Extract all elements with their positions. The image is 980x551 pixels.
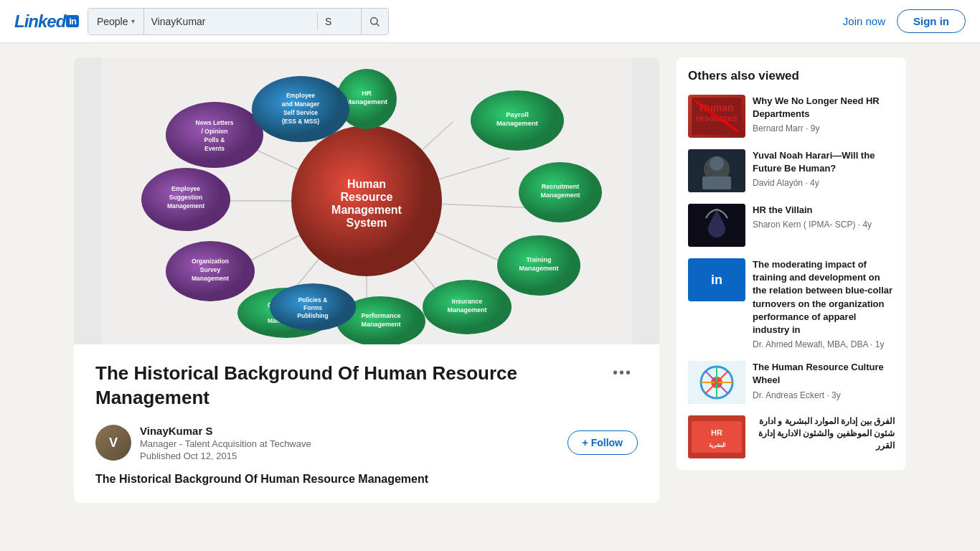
list-item[interactable]: Human resources Why We No Longer Need HR… (688, 95, 895, 138)
sidebar-item-5-meta: Dr. Andreas Eckert · 3y (753, 390, 895, 400)
sidebar-item-4-meta: Dr. Ahmed Mewafi, MBA, DBA · 1y (753, 339, 895, 349)
chevron-down-icon: ▾ (131, 17, 135, 25)
svg-text:Management: Management (519, 265, 558, 272)
sidebar-item-4-title: The moderating impact of training and de… (753, 258, 895, 336)
linkedin-icon: in (704, 267, 730, 293)
svg-text:Employee: Employee (286, 92, 315, 99)
search-suffix-input[interactable] (318, 16, 361, 27)
svg-rect-71 (702, 176, 731, 189)
svg-text:(ESS & MSS): (ESS & MSS) (282, 118, 319, 125)
svg-text:News Letters: News Letters (196, 119, 234, 126)
list-item[interactable]: in The moderating impact of training and… (688, 258, 895, 349)
svg-text:البشرية: البشرية (709, 442, 725, 448)
sidebar-item-5-text: The Human Resource Culture Wheel Dr. And… (753, 361, 895, 404)
svg-text:Polls &: Polls & (204, 136, 225, 143)
svg-text:Management: Management (361, 321, 400, 328)
thumbnail-1: Human resources (688, 95, 745, 138)
article-title-row: The Historical Background Of Human Resou… (95, 362, 638, 410)
svg-text:Management: Management (331, 204, 402, 216)
join-now-button[interactable]: Join now (843, 15, 885, 27)
sidebar-item-3-meta: Sharon Kern ( IPMA- SCP) · 4y (753, 220, 895, 230)
avatar[interactable]: V (95, 425, 131, 461)
sidebar-item-2-meta: David Alayón · 4y (753, 178, 895, 188)
svg-text:/ Opinion: / Opinion (202, 128, 228, 135)
sidebar-item-6-title: الفرق بين إدارة الموارد البشرية و ادارة … (753, 415, 895, 451)
svg-text:Policies &: Policies & (298, 296, 328, 303)
logo-in: in (66, 15, 79, 27)
svg-text:Payroll: Payroll (506, 110, 529, 118)
publish-date: Published Oct 12, 2015 (140, 451, 311, 461)
article-hero-image: Human Resource Management System HR Mana… (74, 57, 659, 344)
article-title: The Historical Background Of Human Resou… (95, 362, 595, 410)
svg-text:Management: Management (540, 192, 580, 199)
svg-text:Self Service: Self Service (283, 109, 318, 116)
svg-text:Publishing: Publishing (297, 312, 328, 319)
hrm-diagram-svg: Human Resource Management System HR Mana… (101, 57, 632, 344)
author-row: V VinayKumar S Manager - Talent Acquisit… (95, 425, 638, 461)
sidebar: Others also viewed Human resources Why W… (677, 57, 906, 503)
thumbnail-6: HR البشرية (688, 415, 745, 458)
svg-text:Management: Management (346, 98, 388, 105)
svg-text:Management: Management (192, 275, 229, 282)
linkedin-logo[interactable]: Linkedin (14, 11, 79, 32)
svg-text:Resource: Resource (341, 191, 393, 203)
svg-text:Management: Management (447, 306, 486, 314)
svg-text:Recruitment: Recruitment (542, 183, 580, 190)
author-details: VinayKumar S Manager - Talent Acquisitio… (140, 425, 311, 461)
svg-text:HR: HR (362, 89, 372, 97)
list-item[interactable]: Yuval Noah Harari—Will the Future Be Hum… (688, 149, 895, 192)
svg-point-70 (710, 156, 724, 171)
svg-text:Training: Training (526, 256, 551, 263)
others-title: Others also viewed (688, 69, 895, 83)
sidebar-item-1-title: Why We No Longer Need HR Departments (753, 95, 895, 121)
thumbnail-2 (688, 149, 745, 192)
svg-text:Management: Management (167, 202, 204, 209)
article-area: Human Resource Management System HR Mana… (74, 57, 659, 503)
svg-text:Survey: Survey (200, 266, 221, 273)
svg-text:Employee: Employee (171, 185, 200, 192)
svg-text:Suggestion: Suggestion (169, 194, 202, 201)
sidebar-item-1-text: Why We No Longer Need HR Departments Ber… (753, 95, 895, 138)
others-also-viewed-panel: Others also viewed Human resources Why W… (677, 57, 906, 470)
svg-text:Management: Management (496, 119, 539, 127)
header: Linkedin People ▾ Join now Sign in (0, 0, 980, 43)
follow-button[interactable]: + Follow (567, 430, 638, 455)
svg-text:Organization: Organization (192, 258, 229, 265)
search-button[interactable] (361, 8, 388, 35)
svg-point-50 (166, 102, 263, 168)
svg-text:Insurance: Insurance (452, 298, 483, 305)
svg-text:Performance: Performance (361, 312, 400, 319)
sign-in-button[interactable]: Sign in (897, 9, 966, 33)
author-name[interactable]: VinayKumar S (140, 425, 311, 437)
thumbnail-3 (688, 204, 745, 247)
author-info: V VinayKumar S Manager - Talent Acquisit… (95, 425, 311, 461)
sidebar-item-2-text: Yuval Noah Harari—Will the Future Be Hum… (753, 149, 895, 192)
more-options-button[interactable]: ••• (607, 362, 638, 384)
svg-text:and Manager: and Manager (282, 100, 320, 108)
thumbnail-5 (688, 361, 745, 404)
header-actions: Join now Sign in (843, 9, 966, 33)
author-job-title: Manager - Talent Acquisition at Techwave (140, 438, 311, 449)
svg-text:Events: Events (204, 145, 225, 152)
sidebar-item-3-text: HR the Villain Sharon Kern ( IPMA- SCP) … (753, 204, 895, 247)
thumbnail-4: in (688, 258, 745, 301)
sidebar-item-5-title: The Human Resource Culture Wheel (753, 361, 895, 387)
search-input[interactable] (144, 16, 317, 27)
svg-text:HR: HR (711, 428, 722, 437)
svg-text:System: System (347, 217, 387, 229)
list-item[interactable]: HR the Villain Sharon Kern ( IPMA- SCP) … (688, 204, 895, 247)
sidebar-item-2-title: Yuval Noah Harari—Will the Future Be Hum… (753, 149, 895, 175)
list-item[interactable]: The Human Resource Culture Wheel Dr. And… (688, 361, 895, 404)
svg-line-1 (377, 24, 380, 26)
list-item[interactable]: HR البشرية الفرق بين إدارة الموارد البشر… (688, 415, 895, 458)
article-body-heading: The Historical Background Of Human Resou… (95, 473, 638, 486)
main-layout: Human Resource Management System HR Mana… (60, 43, 920, 517)
logo-linked: Linked (14, 11, 65, 32)
search-category-label: People (97, 16, 128, 27)
sidebar-item-4-text: The moderating impact of training and de… (753, 258, 895, 349)
sidebar-item-6-text: الفرق بين إدارة الموارد البشرية و ادارة … (753, 415, 895, 458)
svg-text:Human: Human (347, 178, 386, 190)
search-category-dropdown[interactable]: People ▾ (88, 9, 144, 34)
article-content: The Historical Background Of Human Resou… (74, 344, 659, 503)
search-bar: People ▾ (88, 8, 389, 35)
